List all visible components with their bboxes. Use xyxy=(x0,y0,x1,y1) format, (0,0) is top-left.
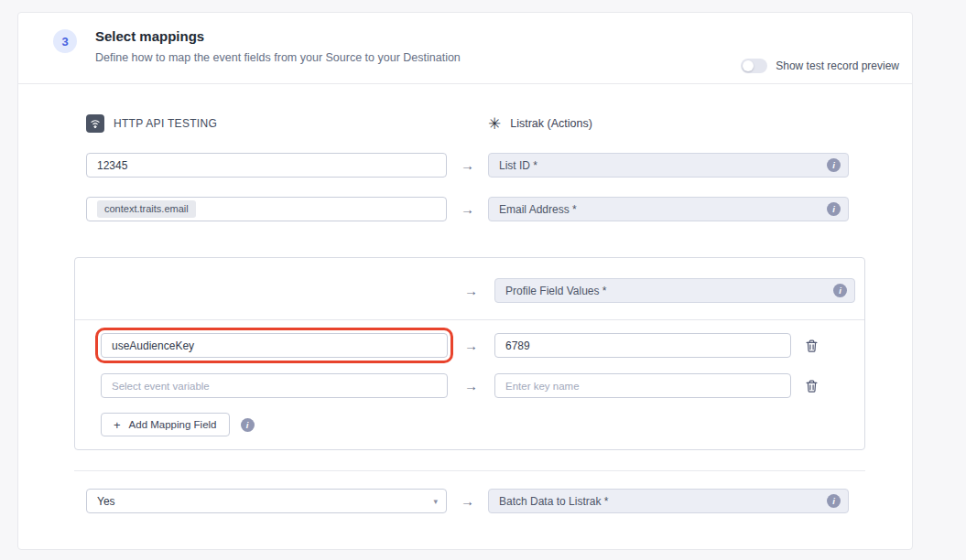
destination-column-header: ✳ Listrak (Actions) xyxy=(488,116,849,132)
show-test-record-toggle[interactable] xyxy=(741,59,767,73)
key-name-input[interactable] xyxy=(494,373,791,398)
toggle-label: Show test record preview xyxy=(776,59,899,72)
mapping-row-batch: Yes ▾ → Batch Data to Listrak * i xyxy=(86,489,912,513)
list-id-destination-field[interactable]: List ID * i xyxy=(488,153,849,178)
card-header: 3 Select mappings Define how to map the … xyxy=(18,13,912,83)
arrow-right-icon: → xyxy=(448,283,494,298)
arrow-right-icon: → xyxy=(448,338,494,353)
info-icon[interactable]: i xyxy=(827,202,841,216)
column-headers: HTTP API TESTING ✳ Listrak (Actions) xyxy=(86,114,912,133)
arrow-right-icon: → xyxy=(447,157,488,173)
test-record-preview-control: Show test record preview xyxy=(741,59,899,73)
arrow-right-icon: → xyxy=(447,201,488,217)
mapping-row-email: context.traits.email → Email Address * i xyxy=(86,197,912,221)
batch-source-select[interactable]: Yes ▾ xyxy=(86,489,447,513)
mapping-field-row: → xyxy=(75,373,864,398)
mappings-body: HTTP API TESTING ✳ Listrak (Actions) → L… xyxy=(18,84,912,549)
plus-icon: + xyxy=(114,418,121,432)
event-variable-input[interactable] xyxy=(101,373,448,398)
page-title: Select mappings xyxy=(95,28,461,44)
batch-destination-field[interactable]: Batch Data to Listrak * i xyxy=(488,489,849,513)
destination-field-label: Email Address * xyxy=(499,203,577,216)
caret-down-icon: ▾ xyxy=(433,497,438,506)
destination-field-label: Profile Field Values * xyxy=(505,285,607,297)
arrow-right-icon: → xyxy=(447,493,488,509)
email-destination-field[interactable]: Email Address * i xyxy=(488,197,849,221)
source-column-header: HTTP API TESTING xyxy=(86,114,447,133)
header-text: Select mappings Define how to map the ev… xyxy=(95,28,461,64)
key-name-input[interactable] xyxy=(494,333,791,358)
select-mappings-card: 3 Select mappings Define how to map the … xyxy=(17,12,913,550)
event-variable-input-highlighted[interactable] xyxy=(101,333,448,358)
arrow-right-icon: → xyxy=(448,378,494,393)
info-icon[interactable]: i xyxy=(827,158,841,172)
http-api-source-icon xyxy=(86,114,104,133)
mapping-row-list-id: → List ID * i xyxy=(86,153,912,178)
info-icon[interactable]: i xyxy=(827,494,841,508)
info-icon[interactable]: i xyxy=(833,284,847,297)
info-icon[interactable]: i xyxy=(241,418,255,432)
profile-field-values-destination-field[interactable]: Profile Field Values * i xyxy=(494,278,855,303)
trash-icon xyxy=(806,380,818,393)
destination-field-label: List ID * xyxy=(499,159,537,172)
add-mapping-field-label: Add Mapping Field xyxy=(129,419,217,430)
batch-selected-value: Yes xyxy=(97,495,115,508)
mapping-field-row: → xyxy=(75,333,864,358)
step-number-badge: 3 xyxy=(53,29,77,53)
add-mapping-field-button[interactable]: + Add Mapping Field xyxy=(101,413,230,436)
profile-field-values-header-row: → Profile Field Values * i xyxy=(75,278,864,303)
group-divider xyxy=(75,319,864,320)
profile-field-values-group: → Profile Field Values * i → xyxy=(74,257,865,450)
source-name: HTTP API TESTING xyxy=(114,117,217,130)
delete-row-button[interactable] xyxy=(791,373,831,398)
page-subtitle: Define how to map the event fields from … xyxy=(95,51,461,64)
add-mapping-row: + Add Mapping Field i xyxy=(75,411,864,449)
section-divider xyxy=(74,470,865,471)
destination-field-label: Batch Data to Listrak * xyxy=(499,495,608,508)
event-variable-token[interactable]: context.traits.email xyxy=(97,200,196,218)
list-id-source-input[interactable] xyxy=(86,153,447,178)
listrak-icon: ✳ xyxy=(488,116,501,132)
email-source-input[interactable]: context.traits.email xyxy=(86,197,447,221)
delete-row-button[interactable] xyxy=(791,333,831,358)
destination-name: Listrak (Actions) xyxy=(510,117,592,130)
toggle-knob-icon xyxy=(743,60,754,71)
trash-icon xyxy=(806,339,818,352)
